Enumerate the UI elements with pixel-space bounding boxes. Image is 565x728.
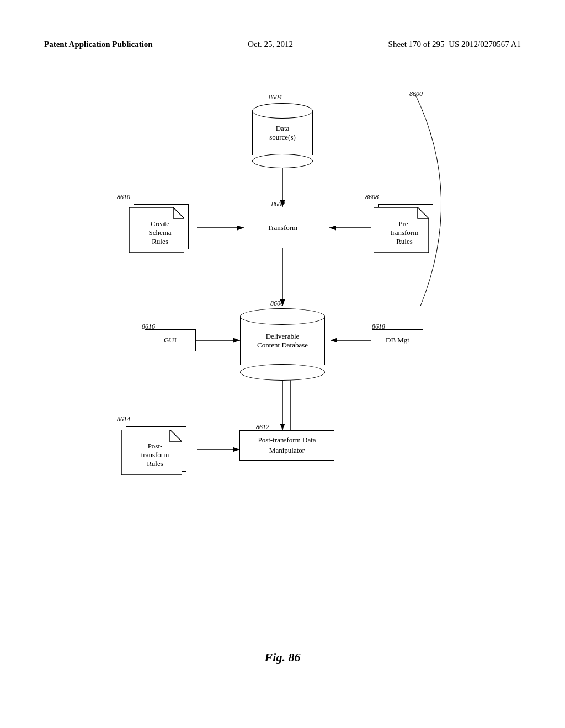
ref-8610: 8610: [117, 193, 130, 201]
transform-box: Transform: [244, 207, 321, 248]
post-transform-data-box: Post-transform Data Manipulator: [239, 430, 334, 461]
page-header: Patent Application Publication Oct. 25, …: [0, 40, 565, 49]
ref-8608: 8608: [365, 193, 379, 201]
ref-8614: 8614: [117, 415, 130, 424]
ref-8606: 8606: [270, 299, 284, 308]
post-transform-rules-doc: Post- transform Rules: [121, 426, 188, 475]
db-mgt-box: DB Mgt: [372, 329, 423, 351]
ref-8600: 8600: [409, 90, 423, 98]
sheet-info: Sheet 170 of 295 US 2012/0270567 A1: [388, 40, 521, 49]
figure-caption: Fig. 86: [265, 650, 301, 665]
publication-date: Oct. 25, 2012: [248, 40, 293, 49]
create-schema-doc: Create Schema Rules: [129, 204, 189, 253]
publication-title: Patent Application Publication: [44, 40, 153, 49]
figure-diagram: 8600 8604 Data source(s) 8602 Transform …: [89, 85, 476, 615]
pre-transform-doc: Pre- transform Rules: [374, 204, 433, 253]
ref-8604: 8604: [269, 93, 282, 101]
gui-box: GUI: [145, 329, 196, 351]
